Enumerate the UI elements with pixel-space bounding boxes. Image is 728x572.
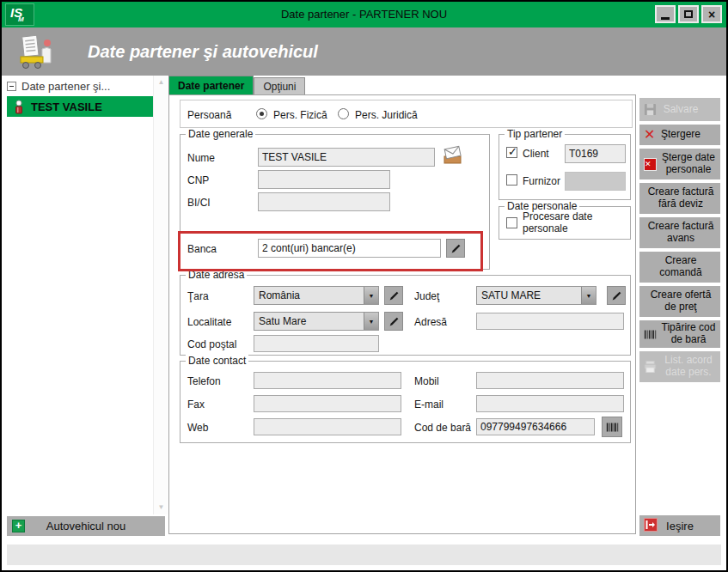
title-bar: IS M Date partener - PARTENER NOU ×: [2, 2, 726, 27]
city-select[interactable]: Satu Mare ▼: [254, 312, 379, 331]
sidebar-scrollbar[interactable]: ▲ ▼: [153, 76, 168, 514]
tab-date-partener[interactable]: Date partener: [168, 76, 254, 94]
bank-input[interactable]: [258, 239, 441, 258]
plus-icon: +: [12, 520, 25, 532]
create-invoice-no-estimate-button[interactable]: Creare factură fără deviz: [639, 183, 720, 214]
process-personal-data-checkbox[interactable]: [506, 217, 517, 228]
bici-label: BI/CI: [187, 197, 211, 209]
client-checkbox[interactable]: [506, 147, 517, 158]
bici-input[interactable]: [258, 192, 390, 211]
address-group: Date adresă Ţara România ▼ Judeţ SATU MA…: [180, 275, 631, 356]
create-advance-invoice-button[interactable]: Creare factură avans: [639, 217, 720, 248]
cnp-label: CNP: [187, 174, 209, 186]
print-barcode-button[interactable]: Tipărire cod de bară: [639, 320, 720, 348]
country-label: Ţara: [187, 290, 209, 302]
status-bar: [7, 545, 721, 565]
county-select[interactable]: SATU MARE ▼: [476, 286, 596, 305]
radio-pers-fizica-label: Pers. Fizică: [273, 109, 327, 121]
name-label: Nume: [187, 152, 215, 164]
action-buttons: Salvare ✕ Ştergere ✕ Şterge date persona…: [639, 98, 720, 386]
create-price-offer-button[interactable]: Creare ofertă de preţ: [639, 286, 720, 317]
bank-label: Banca: [187, 243, 217, 255]
street-label: Adresă: [414, 316, 447, 328]
process-personal-data-label: Procesare date personale: [523, 210, 624, 235]
partner-icon: [14, 100, 24, 114]
furnizor-code-input[interactable]: [565, 172, 626, 191]
close-button[interactable]: ×: [701, 5, 722, 23]
name-input[interactable]: [258, 148, 435, 167]
exit-button[interactable]: Ieşire: [639, 515, 720, 536]
tree-item-partner[interactable]: TEST VASILE: [7, 96, 153, 117]
tab-optiuni[interactable]: Opţiuni: [254, 77, 305, 94]
pencil-icon: [388, 316, 400, 327]
phone-input[interactable]: [254, 372, 401, 389]
barcode-input[interactable]: [476, 418, 595, 435]
delete-button[interactable]: ✕ Ştergere: [639, 125, 720, 145]
partner-type-legend: Tip partener: [505, 128, 565, 140]
scroll-up-icon[interactable]: ▲: [154, 76, 168, 89]
close-icon: ×: [708, 9, 715, 21]
header-banner: Date partener şi autovehicul: [2, 27, 726, 76]
partner-vehicle-icon: [15, 32, 55, 71]
email-input[interactable]: [476, 395, 624, 412]
pencil-icon: [450, 243, 462, 254]
minimize-icon: [661, 17, 670, 20]
contact-legend: Date contact: [186, 355, 248, 367]
street-input[interactable]: [476, 313, 624, 330]
country-select[interactable]: România ▼: [254, 286, 379, 305]
contact-group: Date contact Telefon Mobil Fax E-mail We…: [180, 361, 631, 443]
email-label: E-mail: [414, 399, 444, 411]
printer-icon: [644, 361, 657, 373]
pencil-icon: [388, 290, 400, 301]
client-label: Client: [523, 148, 549, 160]
partner-type-group: Tip partener Client Furnizor: [499, 134, 631, 200]
client-code-input[interactable]: [565, 144, 626, 163]
barcode-icon: [606, 422, 619, 433]
minimize-button[interactable]: [655, 5, 676, 23]
county-label: Judeţ: [414, 290, 439, 302]
county-edit-button[interactable]: [607, 286, 626, 305]
tree-item-label: TEST VASILE: [31, 100, 102, 113]
new-vehicle-button[interactable]: + Autovehicul nou: [7, 516, 165, 536]
postal-code-input[interactable]: [254, 335, 379, 352]
tab-content: Persoană Pers. Fizică Pers. Juridică Dat…: [168, 94, 636, 534]
maximize-icon: [684, 10, 693, 18]
window-title: Date partener - PARTENER NOU: [2, 2, 726, 27]
chevron-down-icon[interactable]: ▼: [364, 313, 378, 330]
tree-root-node[interactable]: Date partener şi...: [7, 77, 151, 94]
address-legend: Date adresă: [186, 269, 247, 281]
chevron-down-icon[interactable]: ▼: [364, 287, 378, 304]
exit-icon: [644, 518, 658, 532]
delete-personal-icon: ✕: [644, 158, 657, 171]
scroll-down-icon[interactable]: ▼: [154, 501, 168, 514]
chevron-down-icon[interactable]: ▼: [581, 287, 596, 304]
app-window: IS M Date partener - PARTENER NOU ×: [0, 0, 728, 572]
email-send-icon[interactable]: [442, 145, 464, 166]
page-title: Date partener şi autovehicul: [88, 27, 318, 76]
cnp-input[interactable]: [258, 170, 390, 189]
main-panel: Date partener Opţiuni Persoană Pers. Fiz…: [168, 76, 636, 534]
radio-pers-juridica-label: Pers. Juridică: [355, 109, 418, 121]
country-edit-button[interactable]: [384, 286, 403, 305]
furnizor-checkbox[interactable]: [506, 174, 517, 186]
city-edit-button[interactable]: [384, 312, 403, 331]
fax-input[interactable]: [254, 395, 401, 412]
person-type-label: Persoană: [187, 109, 231, 121]
mobile-input[interactable]: [476, 372, 624, 389]
city-label: Localitate: [187, 316, 231, 328]
tree-root-label: Date partener şi...: [21, 80, 110, 93]
barcode-print-button[interactable]: [602, 417, 622, 437]
radio-pers-fizica[interactable]: [256, 108, 267, 119]
bank-edit-button[interactable]: [446, 239, 465, 258]
collapse-icon[interactable]: [7, 82, 16, 91]
web-input[interactable]: [254, 418, 401, 435]
delete-personal-data-button[interactable]: ✕ Şterge date personale: [639, 149, 720, 180]
radio-pers-juridica[interactable]: [338, 108, 349, 119]
web-label: Web: [187, 422, 208, 434]
maximize-button[interactable]: [678, 5, 699, 23]
create-order-button[interactable]: Creare comandă: [639, 252, 720, 283]
mobile-label: Mobil: [414, 375, 439, 387]
pencil-icon: [611, 290, 622, 301]
barcode-label: Cod de bară: [414, 422, 471, 434]
general-data-group: Date generale Nume CNP BI/CI Ban: [180, 134, 490, 270]
